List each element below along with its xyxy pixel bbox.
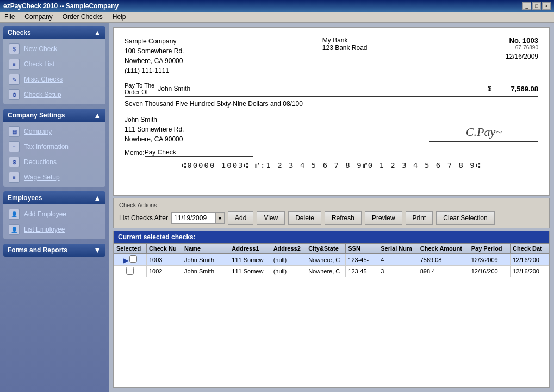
table-row[interactable]: ▶ 1003 John Smith 111 Somew (null) Nowhe…: [114, 254, 549, 266]
check-middle: John Smith 111 Somewhere Rd. Nowhere, CA…: [125, 115, 538, 144]
list-employee-icon: 👤: [9, 224, 20, 235]
preview-button[interactable]: Preview: [365, 211, 402, 225]
row2-citystate: Nowhere, C: [306, 266, 346, 277]
menu-company[interactable]: Company: [22, 13, 54, 21]
employees-collapse-btn[interactable]: ▲: [94, 194, 101, 202]
row2-addr2: (null): [271, 266, 306, 277]
col-header-serial: Serial Num: [378, 244, 418, 254]
check-header: Sample Company 100 Somewhere Rd. Nowhere…: [125, 36, 538, 76]
check-date: 12/16/2009: [506, 53, 538, 60]
bank-addr: 123 Bank Road: [322, 44, 368, 52]
col-header-addr2: Address2: [271, 244, 306, 254]
delete-button[interactable]: Delete: [288, 211, 321, 225]
misc-icon: ✎: [9, 74, 20, 85]
row2-selected-cell: [114, 266, 147, 277]
menu-file[interactable]: File: [2, 13, 17, 21]
bank-name: My Bank: [322, 36, 368, 44]
add-button[interactable]: Add: [228, 211, 253, 225]
deductions-icon: ⚙: [9, 157, 20, 167]
sidebar-item-deductions[interactable]: ⚙ Deductions: [5, 154, 103, 170]
company-section-content: ▦ Company ≡ Tax Information ⚙ Deductions…: [3, 122, 105, 187]
sidebar-section-forms: Forms and Reports ▼: [3, 244, 105, 257]
table-header-row: Selected Check Nu Name Address1 Address2…: [114, 244, 549, 254]
row1-checkbox[interactable]: [129, 255, 137, 263]
check-number: No. 1003: [506, 36, 538, 45]
row1-checkno: 1003: [146, 254, 182, 266]
date-select[interactable]: ▼: [171, 212, 225, 224]
check-number-area: No. 1003 67-76890 12/16/2009: [506, 36, 538, 76]
maximize-button[interactable]: □: [532, 2, 541, 10]
date-dropdown-btn[interactable]: ▼: [215, 213, 224, 223]
menu-help[interactable]: Help: [110, 13, 128, 21]
setup-icon: ⚙: [9, 89, 20, 100]
company-addr1: 100 Somewhere Rd.: [125, 46, 184, 56]
col-header-selected: Selected: [114, 244, 147, 254]
forms-collapse-btn[interactable]: ▼: [94, 246, 101, 254]
sidebar-section-checks: Checks ▲ $ New Check ≡ Check List ✎ Misc…: [3, 26, 105, 104]
add-employee-icon: 👤: [9, 209, 20, 220]
sidebar-item-check-setup[interactable]: ⚙ Check Setup: [5, 87, 103, 102]
signature-text: C.Pay~: [466, 125, 502, 139]
row1-checkdate: 12/16/200: [511, 254, 549, 266]
checks-section-content: $ New Check ≡ Check List ✎ Misc. Checks …: [3, 39, 105, 104]
row1-ssn: 123-45-: [346, 254, 378, 266]
sidebar-item-list-employee[interactable]: 👤 List Employee: [5, 222, 103, 237]
row2-checkbox[interactable]: [126, 267, 134, 275]
check-company-info: Sample Company 100 Somewhere Rd. Nowhere…: [125, 36, 184, 76]
company-section-header: Company Settings ▲: [3, 109, 105, 122]
row2-checkno: 1002: [146, 266, 182, 277]
row1-serial: 4: [378, 254, 418, 266]
check-bank-info: My Bank 123 Bank Road: [322, 36, 368, 76]
main-layout: Checks ▲ $ New Check ≡ Check List ✎ Misc…: [0, 23, 554, 392]
sidebar-item-tax-info[interactable]: ≡ Tax Information: [5, 139, 103, 154]
row2-payperiod: 12/16/200: [469, 266, 510, 277]
company-label: Company: [24, 128, 52, 135]
written-amount: Seven Thousand Five Hundred Sixty-Nine D…: [125, 100, 538, 110]
menu-bar: File Company Order Checks Help: [0, 12, 554, 23]
wage-icon: ≡: [9, 172, 20, 183]
checks-collapse-btn[interactable]: ▲: [94, 28, 101, 37]
wage-setup-label: Wage Setup: [24, 173, 60, 181]
sidebar-item-wage-setup[interactable]: ≡ Wage Setup: [5, 170, 103, 185]
print-button[interactable]: Print: [406, 211, 433, 225]
payee-addr3: Nowhere, CA 90000: [125, 134, 184, 144]
payee-name: John Smith: [158, 85, 484, 92]
refresh-button[interactable]: Refresh: [325, 211, 362, 225]
col-header-addr1: Address1: [229, 244, 271, 254]
col-header-checkno: Check Nu: [146, 244, 182, 254]
dollar-icon: $: [9, 43, 20, 54]
clear-selection-button[interactable]: Clear Selection: [436, 211, 494, 225]
company-icon: ▦: [9, 126, 20, 137]
menu-order-checks[interactable]: Order Checks: [60, 13, 105, 21]
row1-selected-cell: ▶: [114, 254, 147, 266]
table-body: ▶ 1003 John Smith 111 Somew (null) Nowhe…: [114, 254, 549, 277]
row1-addr1: 111 Somew: [229, 254, 271, 266]
date-input[interactable]: [172, 213, 215, 223]
company-collapse-btn[interactable]: ▲: [94, 111, 101, 120]
company-name: Sample Company: [125, 36, 184, 46]
memo-value: Pay Check: [145, 148, 253, 157]
check-memo-line: Memo: Pay Check: [125, 148, 538, 157]
sidebar: Checks ▲ $ New Check ≡ Check List ✎ Misc…: [0, 23, 109, 392]
sidebar-item-check-list[interactable]: ≡ Check List: [5, 57, 103, 72]
sidebar-item-company[interactable]: ▦ Company: [5, 124, 103, 139]
employees-section-header: Employees ▲: [3, 191, 105, 204]
micr-line: ⑆00000 1003⑆ ⑈:1 2 3 4 5 6 7 8 9⑈0 1 2 3…: [182, 161, 481, 170]
list-icon: ≡: [9, 59, 20, 70]
view-button[interactable]: View: [257, 211, 285, 225]
col-header-amount: Check Amount: [418, 244, 469, 254]
table-row[interactable]: 1002 John Smith 111 Somew (null) Nowhere…: [114, 266, 549, 277]
minimize-button[interactable]: _: [522, 2, 531, 10]
payee-addr1: John Smith: [125, 115, 184, 125]
close-button[interactable]: ×: [542, 2, 551, 10]
sidebar-item-add-employee[interactable]: 👤 Add Employee: [5, 207, 103, 222]
list-checks-after-label: List Checks After: [119, 214, 168, 222]
sidebar-item-misc-checks[interactable]: ✎ Misc. Checks: [5, 72, 103, 87]
payee-addr2: 111 Somewhere Rd.: [125, 125, 184, 134]
row2-serial: 3: [378, 266, 418, 277]
sidebar-item-new-check[interactable]: $ New Check: [5, 41, 103, 57]
row1-payperiod: 12/3/2009: [469, 254, 510, 266]
check-amount: 7,569.08: [495, 85, 538, 93]
company-addr2: Nowhere, CA 90000: [125, 56, 184, 66]
misc-checks-label: Misc. Checks: [24, 76, 63, 83]
